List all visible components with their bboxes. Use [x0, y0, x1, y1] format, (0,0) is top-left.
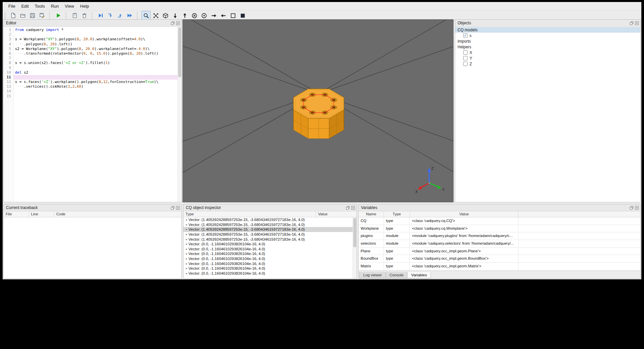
inspector-scrollbar[interactable]	[353, 217, 357, 278]
save-button[interactable]	[28, 11, 37, 20]
save-as-button[interactable]	[38, 11, 47, 20]
float-icon[interactable]	[170, 21, 174, 25]
shaded-view-button[interactable]	[238, 11, 247, 20]
code-line-9[interactable]	[14, 66, 181, 70]
column-header-code[interactable]: Code	[54, 211, 181, 217]
close-icon[interactable]	[635, 21, 639, 25]
viewport-3d[interactable]: Z X Y	[182, 19, 454, 202]
column-header-type[interactable]: Type	[183, 211, 316, 217]
iso-view-button[interactable]	[161, 11, 170, 20]
render-button[interactable]	[54, 11, 63, 20]
expander-icon[interactable]: ▸	[185, 242, 188, 246]
close-icon[interactable]	[351, 206, 355, 210]
view-bottom-button[interactable]	[170, 11, 179, 20]
tab-variables[interactable]: Variables	[407, 272, 431, 278]
inspect-tool-button[interactable]	[142, 11, 151, 20]
open-file-button[interactable]	[18, 11, 27, 20]
expander-icon[interactable]: ▸	[185, 228, 188, 231]
menu-file[interactable]: File	[5, 3, 18, 10]
menu-view[interactable]: View	[62, 3, 77, 10]
float-icon[interactable]	[346, 206, 350, 210]
vector-row[interactable]: ▸Vector: (1.4053924288597253e-15, -3.680…	[183, 227, 357, 232]
tree-item-y[interactable]: Y	[455, 55, 640, 61]
vector-row[interactable]: ▸Vector: (0.0, -1.1604610293826104e-16, …	[183, 271, 357, 276]
inspector-scrollbar-thumb[interactable]	[353, 218, 356, 247]
tree-item-helpers[interactable]: Helpers	[455, 44, 640, 50]
expander-icon[interactable]: ▸	[185, 247, 188, 251]
view-right-button[interactable]	[209, 11, 218, 20]
vector-row[interactable]: ▸Vector: (0.0, -1.1604610293826104e-16, …	[183, 242, 357, 247]
expander-icon[interactable]: ▸	[185, 233, 188, 236]
vector-row[interactable]: ▸Vector: (0.0, -1.1604610293826104e-16, …	[183, 247, 357, 252]
column-header-type[interactable]: Type	[384, 211, 410, 217]
tree-item-imports[interactable]: Imports	[455, 38, 640, 44]
view-top-button[interactable]	[180, 11, 189, 20]
vector-row[interactable]: ▸Vector: (1.4053924288597253e-15, -3.680…	[183, 217, 357, 222]
column-header-value[interactable]: Value	[316, 211, 357, 217]
close-icon[interactable]	[635, 206, 639, 210]
column-header-file[interactable]: File	[4, 211, 29, 217]
code-line-11[interactable]	[14, 75, 181, 80]
step-out-button[interactable]	[116, 11, 125, 20]
delete-traces-button[interactable]	[80, 11, 89, 20]
vector-row[interactable]: ▸Vector: (1.4053924288597253e-15, -3.680…	[183, 222, 357, 227]
tree-item-z[interactable]: Z	[455, 61, 640, 67]
checkbox-x-unchecked[interactable]	[463, 50, 468, 55]
view-left-button[interactable]	[219, 11, 228, 20]
float-icon[interactable]	[629, 21, 633, 25]
wireframe-view-button[interactable]	[228, 11, 237, 20]
variable-row-matrix[interactable]: Matrixtype<class 'cadquery.occ_impl.geom…	[359, 263, 640, 270]
code-line-8[interactable]: s = s.union(s2).faces('>Z or <Z').fillet…	[14, 61, 181, 65]
code-line-6[interactable]: ····.transformed(rotate=Vector(0, 0, 15.…	[14, 51, 181, 56]
checkbox-s-checked[interactable]: ✓	[463, 33, 468, 38]
step-into-button[interactable]	[106, 11, 115, 20]
fit-view-button[interactable]	[151, 11, 160, 20]
code-line-10[interactable]: del s2	[14, 70, 181, 75]
expander-icon[interactable]: ▸	[185, 218, 188, 221]
checkbox-y-unchecked[interactable]	[463, 56, 468, 60]
float-icon[interactable]	[629, 206, 633, 210]
editor-scrollbar-thumb[interactable]	[178, 27, 181, 77]
vector-row[interactable]: ▸Vector: (0.0, -1.1604610293826104e-16, …	[183, 251, 357, 256]
editor-scrollbar[interactable]	[177, 27, 181, 202]
code-line-3[interactable]: s = Workplane("XY").polygon(8, 20.0).wor…	[14, 37, 181, 42]
tree-item-x[interactable]: X	[455, 50, 640, 55]
variable-row-workplane[interactable]: Workplanetype<class 'cadquery.cq.Workpla…	[359, 225, 640, 233]
code-line-4[interactable]: ····.polygon(8, 20).loft()	[14, 42, 181, 47]
view-back-button[interactable]	[199, 11, 208, 20]
vector-row[interactable]: ▸Vector: (0.0, -1.1604610293826104e-16, …	[183, 256, 357, 261]
step-button[interactable]	[96, 11, 105, 20]
vector-row[interactable]: ▸Vector: (1.4053924288597253e-15, -3.680…	[183, 237, 357, 242]
continue-button[interactable]	[125, 11, 134, 20]
code-line-5[interactable]: s2 = Workplane("XY").polygon(8, 20.0).wo…	[14, 47, 181, 51]
expander-icon[interactable]: ▸	[185, 223, 188, 226]
new-file-button[interactable]	[9, 11, 18, 20]
tab-log-viewer[interactable]: Log viewer	[359, 272, 386, 278]
menu-edit[interactable]: Edit	[18, 3, 32, 10]
code-line-1[interactable]: from cadquery import *	[14, 28, 181, 32]
debug-button[interactable]	[70, 11, 79, 20]
view-front-button[interactable]	[190, 11, 199, 20]
expander-icon[interactable]: ▸	[185, 238, 188, 241]
column-header-value[interactable]: Value	[410, 211, 518, 217]
close-icon[interactable]	[176, 206, 180, 210]
variable-row-boundbox[interactable]: BoundBoxtype<class 'cadquery.occ_impl.ge…	[359, 255, 640, 263]
menu-tools[interactable]: Tools	[32, 3, 48, 10]
code-line-15[interactable]	[14, 94, 181, 99]
expander-icon[interactable]: ▸	[185, 257, 188, 260]
expander-icon[interactable]: ▸	[185, 262, 188, 265]
vector-row[interactable]: ▸Vector: (0.0, -1.1604610293826104e-16, …	[183, 261, 357, 266]
expander-icon[interactable]: ▸	[185, 272, 188, 275]
variable-row-cq[interactable]: CQtype<class 'cadquery.cq.CQ'>	[359, 217, 640, 225]
toolbar-grip[interactable]	[5, 12, 7, 19]
code-line-14[interactable]	[14, 89, 181, 94]
tree-item-s[interactable]: ✓s	[455, 33, 640, 38]
tree-item-cq-models[interactable]: CQ models	[455, 27, 640, 33]
variable-row-plane[interactable]: Planetype<class 'cadquery.occ_impl.geom.…	[359, 248, 640, 255]
close-icon[interactable]	[176, 21, 180, 25]
expander-icon[interactable]: ▸	[185, 252, 188, 255]
menu-help[interactable]: Help	[77, 3, 92, 10]
column-header-line[interactable]: Line	[29, 211, 54, 217]
code-editor[interactable]: 123456789101112131415 from cadquery impo…	[4, 27, 181, 202]
code-line-2[interactable]	[14, 32, 181, 37]
